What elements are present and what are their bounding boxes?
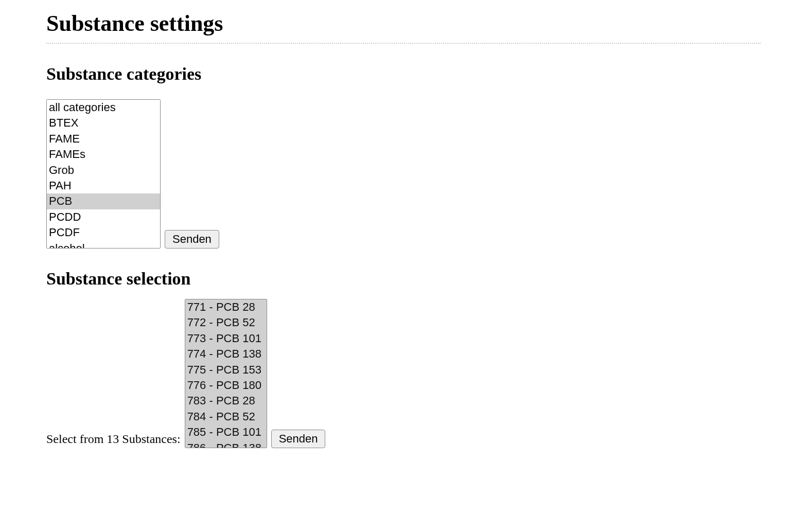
page-title: Substance settings: [46, 10, 761, 44]
categories-option[interactable]: FAMEs: [47, 147, 160, 162]
categories-select[interactable]: all categoriesBTEXFAMEFAMEsGrobPAHPCBPCD…: [46, 99, 161, 249]
substances-option[interactable]: 786 - PCB 138: [185, 440, 267, 448]
selection-count-label: Select from 13 Substances:: [46, 432, 181, 448]
categories-form-row: all categoriesBTEXFAMEFAMEsGrobPAHPCBPCD…: [46, 99, 761, 249]
substances-option[interactable]: 771 - PCB 28: [185, 299, 267, 315]
categories-submit-button[interactable]: Senden: [165, 230, 219, 249]
categories-option[interactable]: Grob: [47, 163, 160, 178]
substances-option[interactable]: 785 - PCB 101: [185, 424, 267, 440]
categories-option[interactable]: alcohol: [47, 241, 160, 249]
substances-option[interactable]: 776 - PCB 180: [185, 378, 267, 393]
selection-submit-button[interactable]: Senden: [271, 430, 326, 448]
categories-option[interactable]: FAME: [47, 131, 160, 147]
categories-option[interactable]: PCB: [47, 193, 160, 209]
selection-form-row: Select from 13 Substances: 771 - PCB 287…: [46, 299, 761, 448]
selection-heading: Substance selection: [46, 269, 761, 289]
categories-option[interactable]: all categories: [47, 100, 160, 115]
categories-option[interactable]: BTEX: [47, 115, 160, 131]
substances-option[interactable]: 783 - PCB 28: [185, 393, 267, 409]
substances-option[interactable]: 784 - PCB 52: [185, 409, 267, 424]
substances-select[interactable]: 771 - PCB 28772 - PCB 52773 - PCB 101774…: [185, 299, 267, 448]
substances-option[interactable]: 773 - PCB 101: [185, 331, 267, 346]
categories-option[interactable]: PCDF: [47, 225, 160, 240]
categories-option[interactable]: PAH: [47, 178, 160, 193]
substances-option[interactable]: 774 - PCB 138: [185, 346, 267, 362]
substances-option[interactable]: 772 - PCB 52: [185, 315, 267, 330]
substances-option[interactable]: 775 - PCB 153: [185, 362, 267, 378]
categories-heading: Substance categories: [46, 64, 761, 84]
categories-option[interactable]: PCDD: [47, 209, 160, 225]
